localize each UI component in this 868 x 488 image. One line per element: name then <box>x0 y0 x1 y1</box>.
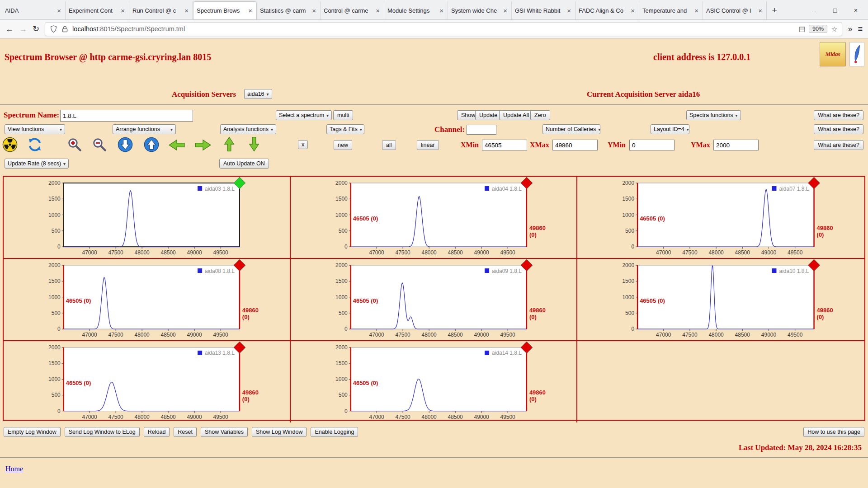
browser-tab[interactable]: Module Settings× <box>384 1 448 19</box>
spectrum-chart[interactable]: 0500100015002000470004750048000485004900… <box>4 177 290 258</box>
spectrum-panel[interactable]: 0500100015002000470004750048000485004900… <box>577 259 864 341</box>
new-tab-button[interactable]: + <box>767 1 782 19</box>
spectra-functions-select[interactable]: Spectra functions ▾ <box>686 110 741 120</box>
spectrum-panel[interactable]: 0500100015002000470004750048000485004900… <box>4 341 291 422</box>
zoom-in-icon[interactable] <box>67 137 82 152</box>
tab-close-icon[interactable]: × <box>757 7 763 14</box>
home-link[interactable]: Home <box>5 465 23 473</box>
spectrum-panel[interactable]: 0500100015002000470004750048000485004900… <box>291 259 578 341</box>
acquisition-server-select[interactable]: aida16 ▾ <box>244 89 272 99</box>
overflow-chevrons-icon[interactable]: » <box>848 24 852 34</box>
hamburger-menu-icon[interactable]: ≡ <box>858 24 863 34</box>
browser-tab[interactable]: Temperature and× <box>639 1 703 19</box>
footer-button[interactable]: Reset <box>174 427 197 437</box>
window-close-button[interactable]: × <box>845 1 866 19</box>
footer-button[interactable]: Empty Log Window <box>4 427 61 437</box>
update-rate-select[interactable]: Update Rate (8 secs) ▾ <box>5 159 69 169</box>
address-field[interactable]: localhost:8015/Spectrum/Spectrum.tml ▤ 9… <box>45 22 842 36</box>
browser-tab[interactable]: Experiment Cont× <box>66 1 129 19</box>
refresh-icon[interactable] <box>27 137 42 152</box>
xmax-input[interactable] <box>552 140 598 150</box>
spectrum-name-input[interactable] <box>60 110 193 122</box>
tab-close-icon[interactable]: × <box>184 7 189 14</box>
browser-tab[interactable]: FADC Align & Co× <box>576 1 639 19</box>
zoom-level-indicator[interactable]: 90% <box>809 25 827 33</box>
what-are-these-button-2[interactable]: What are these? <box>814 124 863 134</box>
footer-button[interactable]: Reload <box>144 427 170 437</box>
midas-logo[interactable]: Midas <box>820 42 846 66</box>
browser-tab[interactable]: Control @ carme× <box>321 1 384 19</box>
browser-tab[interactable]: GSI White Rabbit× <box>512 1 576 19</box>
arrange-functions-select[interactable]: Arrange functions ▾ <box>113 124 176 134</box>
reload-button[interactable]: ↻ <box>33 24 39 34</box>
arrow-up-circle-icon[interactable] <box>144 137 159 152</box>
tab-close-icon[interactable]: × <box>630 7 636 14</box>
browser-tab[interactable]: AIDA× <box>2 1 66 19</box>
green-arrow-left-icon[interactable] <box>168 139 186 151</box>
browser-tab[interactable]: System wide Che× <box>448 1 512 19</box>
tags-fits-select[interactable]: Tags & Fits ▾ <box>326 124 364 134</box>
multi-button[interactable]: multi <box>333 110 353 120</box>
spectrum-chart[interactable]: 0500100015002000470004750048000485004900… <box>291 177 577 258</box>
tab-close-icon[interactable]: × <box>502 7 508 14</box>
spectrum-panel[interactable]: 0500100015002000470004750048000485004900… <box>4 259 291 341</box>
browser-tab[interactable]: Statistics @ carm× <box>257 1 321 19</box>
tab-close-icon[interactable]: × <box>311 7 317 14</box>
spectrum-chart[interactable]: 0500100015002000470004750048000485004900… <box>291 259 577 340</box>
xmin-input[interactable] <box>482 140 527 150</box>
spectrum-chart[interactable]: 0500100015002000470004750048000485004900… <box>577 259 864 340</box>
update-all-button[interactable]: Update All <box>499 110 533 120</box>
radioactive-icon[interactable] <box>2 137 18 152</box>
back-button[interactable]: ← <box>5 24 14 34</box>
spectrum-chart[interactable]: 0500100015002000470004750048000485004900… <box>4 259 290 340</box>
arrow-down-circle-icon[interactable] <box>118 137 133 152</box>
zero-button[interactable]: Zero <box>530 110 550 120</box>
green-arrow-up-icon[interactable] <box>223 136 236 152</box>
what-are-these-button-1[interactable]: What are these? <box>814 110 863 120</box>
browser-tab[interactable]: Run Control @ c× <box>129 1 193 19</box>
forward-button[interactable]: → <box>19 24 27 34</box>
bookmark-star-icon[interactable]: ☆ <box>831 25 837 33</box>
tab-close-icon[interactable]: × <box>247 7 253 14</box>
tab-close-icon[interactable]: × <box>56 7 62 14</box>
tab-close-icon[interactable]: × <box>566 7 572 14</box>
tracking-shield-icon[interactable] <box>50 25 57 33</box>
spectrum-chart[interactable]: 0500100015002000470004750048000485004900… <box>291 341 577 422</box>
zoom-out-icon[interactable] <box>92 137 107 152</box>
tab-close-icon[interactable]: × <box>693 7 699 14</box>
layout-id-select[interactable]: Layout ID=4 ▾ <box>651 124 689 134</box>
browser-tab[interactable]: ASIC Control @ l× <box>703 1 767 19</box>
padlock-icon[interactable] <box>61 25 69 33</box>
spectrum-panel[interactable]: 0500100015002000470004750048000485004900… <box>577 177 864 259</box>
ymin-input[interactable] <box>629 140 675 150</box>
new-button[interactable]: new <box>334 140 352 150</box>
reader-mode-icon[interactable]: ▤ <box>799 25 805 33</box>
tab-close-icon[interactable]: × <box>120 7 126 14</box>
spectrum-panel[interactable]: 0500100015002000470004750048000485004900… <box>291 341 578 422</box>
number-of-galleries-select[interactable]: Number of Galleries ▾ <box>542 124 600 134</box>
all-button[interactable]: all <box>382 140 396 150</box>
ymax-input[interactable] <box>713 140 759 150</box>
window-maximize-button[interactable]: □ <box>825 1 845 19</box>
channel-input[interactable] <box>467 125 496 135</box>
footer-button[interactable]: Show Variables <box>201 427 248 437</box>
select-spectrum-dropdown[interactable]: Select a spectrum ▾ <box>276 110 332 120</box>
auto-update-button[interactable]: Auto Update ON <box>219 159 269 169</box>
how-to-use-button[interactable]: How to use this page <box>803 427 864 437</box>
analysis-functions-select[interactable]: Analysis functions ▾ <box>220 124 276 134</box>
what-are-these-button-3[interactable]: What are these? <box>814 140 863 150</box>
footer-button[interactable]: Enable Logging <box>311 427 358 437</box>
spectrum-chart[interactable]: 0500100015002000470004750048000485004900… <box>4 341 290 422</box>
window-minimize-button[interactable]: – <box>804 1 825 19</box>
linear-button[interactable]: linear <box>417 140 439 150</box>
footer-button[interactable]: Send Log Window to ELog <box>65 427 140 437</box>
spectrum-chart[interactable]: 0500100015002000470004750048000485004900… <box>577 177 864 258</box>
spectrum-panel[interactable]: 0500100015002000470004750048000485004900… <box>4 177 291 259</box>
green-arrow-down-icon[interactable] <box>248 136 260 152</box>
tab-close-icon[interactable]: × <box>439 7 444 14</box>
footer-button[interactable]: Show Log Window <box>252 427 307 437</box>
view-functions-select[interactable]: View functions ▾ <box>5 124 65 134</box>
x-button[interactable]: x <box>298 140 308 149</box>
tab-close-icon[interactable]: × <box>375 7 381 14</box>
green-arrow-right-icon[interactable] <box>194 139 212 151</box>
